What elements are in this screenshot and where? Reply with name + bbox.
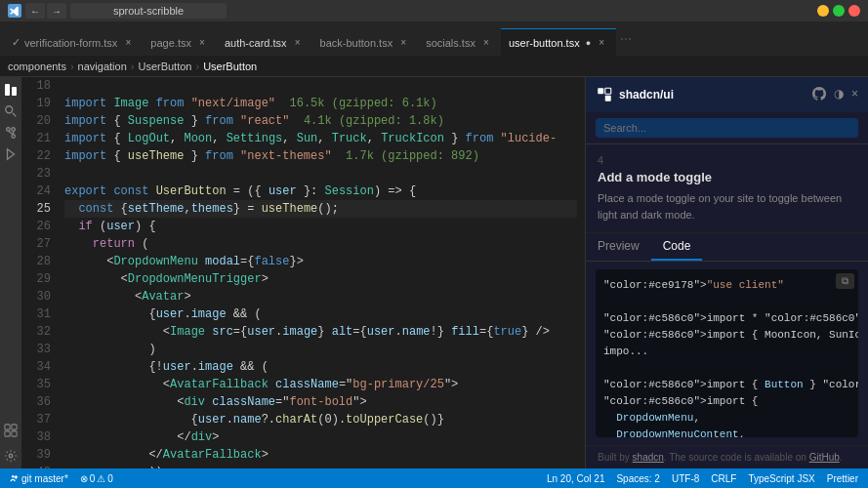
tab-close-icon[interactable]: ×	[121, 36, 135, 50]
nav-buttons: ← →	[25, 3, 66, 19]
line-number-20: 20	[37, 112, 51, 130]
tab-preview[interactable]: Preview	[586, 233, 651, 261]
token: user	[106, 218, 135, 235]
token: {	[113, 200, 127, 218]
close-panel-icon[interactable]: ×	[851, 87, 858, 103]
github-link[interactable]: GitHub	[809, 452, 840, 463]
debug-icon[interactable]	[2, 145, 20, 163]
breadcrumb-userbutton-file[interactable]: UserButton	[203, 61, 257, 72]
code-line-25: const {setTheme,themes} = useTheme();	[64, 200, 577, 218]
tab-page[interactable]: page.tsx ×	[143, 28, 217, 56]
code-line-34: {!user.image && (	[64, 358, 577, 376]
token: true	[493, 323, 521, 341]
breadcrumb-components[interactable]: components	[8, 61, 66, 72]
tab-user-button[interactable]: user-button.tsx ● ×	[501, 28, 616, 56]
tab-verification-form[interactable]: ✓ verification-form.tsx ×	[4, 28, 143, 56]
more-tabs-icon[interactable]: ⋯	[616, 32, 636, 46]
error-count: 0	[90, 473, 96, 484]
right-panel: shadcn/ui ◑ × 4 Add a mode toggle Place …	[585, 77, 868, 468]
breadcrumb-userbutton-folder[interactable]: UserButton	[138, 61, 191, 72]
breadcrumb-navigation[interactable]: navigation	[78, 61, 127, 72]
tab-socials[interactable]: socials.tsx ×	[418, 28, 501, 56]
prettier-status[interactable]: Prettier	[825, 473, 860, 484]
code-line-31: {user.image && (	[64, 305, 577, 323]
svg-rect-15	[598, 88, 603, 94]
token	[64, 235, 93, 253]
line-ending-status[interactable]: CRLF	[709, 473, 738, 484]
tab-close-icon[interactable]: ×	[479, 36, 493, 50]
token: (	[93, 218, 106, 235]
minimize-button[interactable]	[817, 5, 829, 17]
token: const	[78, 200, 113, 218]
token: fill	[451, 323, 479, 341]
github-icon[interactable]	[812, 87, 826, 103]
right-code-line: "color:#c586c0">import {	[603, 393, 850, 410]
copy-code-button[interactable]: ⧉	[836, 273, 854, 289]
token	[205, 323, 212, 341]
shadcn-link[interactable]: shadcn	[633, 452, 664, 463]
tab-auth-card[interactable]: auth-card.tsx ×	[217, 28, 312, 56]
token: bg-primary/25	[352, 376, 444, 393]
token	[106, 95, 113, 112]
line-number-21: 21	[37, 130, 51, 147]
tab-close-icon[interactable]: ×	[291, 36, 305, 50]
right-code-line: DropdownMenu,	[603, 410, 850, 427]
tab-filename: page.tsx	[150, 37, 191, 49]
code-line-28: <DropdownMenu modal={false}>	[64, 253, 577, 270]
token: from	[205, 112, 233, 130]
tab-back-button[interactable]: back-button.tsx ×	[312, 28, 419, 56]
token: }	[444, 130, 466, 147]
token: .	[227, 411, 233, 428]
nav-back-button[interactable]: ←	[25, 3, 45, 19]
code-line-38: </div>	[64, 428, 577, 446]
tab-close-icon[interactable]: ×	[396, 36, 410, 50]
spaces-status[interactable]: Spaces: 2	[614, 473, 661, 484]
token: name	[402, 323, 431, 341]
git-branch-status[interactable]: git master*	[8, 473, 70, 484]
close-button[interactable]	[848, 5, 860, 17]
tab-close-icon[interactable]: ×	[595, 36, 608, 50]
git-branch-icon	[10, 473, 20, 483]
explorer-icon[interactable]	[2, 81, 20, 99]
tab-filename: back-button.tsx	[320, 37, 393, 49]
token: src	[212, 323, 233, 341]
token: .	[395, 323, 402, 341]
token: from	[466, 130, 494, 147]
step-number: 4	[598, 154, 856, 166]
git-icon[interactable]	[2, 124, 20, 142]
language-status[interactable]: TypeScript JSX	[746, 473, 816, 484]
search-bar[interactable]: sprout-scribble	[70, 3, 227, 19]
token: 16.5k (gzipped: 6.1k)	[275, 95, 437, 112]
code-content[interactable]: import Image from "next/image" 16.5k (gz…	[57, 77, 585, 468]
errors-status[interactable]: ⊗ 0 ⚠ 0	[78, 473, 115, 484]
token: "react"	[240, 112, 289, 130]
code-line-24: export const UserButton = ({ user }: Ses…	[64, 183, 577, 200]
breadcrumb: components › navigation › UserButton › U…	[0, 56, 868, 77]
encoding-status[interactable]: UTF-8	[670, 473, 701, 484]
token: import	[64, 130, 106, 147]
cursor-position[interactable]: Ln 20, Col 21	[545, 473, 607, 484]
token: image	[191, 305, 227, 323]
token: user	[269, 183, 297, 200]
nav-forward-button[interactable]: →	[47, 3, 66, 19]
search-icon[interactable]	[2, 102, 20, 120]
token: >	[212, 428, 219, 446]
search-input[interactable]	[596, 118, 858, 138]
tab-code[interactable]: Code	[651, 233, 703, 261]
token: "next/image"	[191, 95, 275, 112]
tab-close-icon[interactable]: ×	[195, 36, 209, 50]
token: themes	[191, 200, 233, 218]
token: <	[64, 393, 184, 411]
token: className	[212, 393, 275, 411]
token: ="	[339, 376, 352, 393]
line-number-30: 30	[37, 288, 51, 305]
settings-icon[interactable]	[2, 447, 20, 465]
step-title: Add a mode toggle	[598, 170, 856, 184]
token	[233, 112, 240, 130]
extensions-icon[interactable]	[2, 422, 20, 439]
token: AvatarFallback	[170, 376, 269, 393]
theme-toggle-icon[interactable]: ◑	[834, 87, 844, 103]
maximize-button[interactable]	[833, 5, 845, 17]
token: import	[64, 112, 106, 130]
token: }:	[297, 183, 325, 200]
